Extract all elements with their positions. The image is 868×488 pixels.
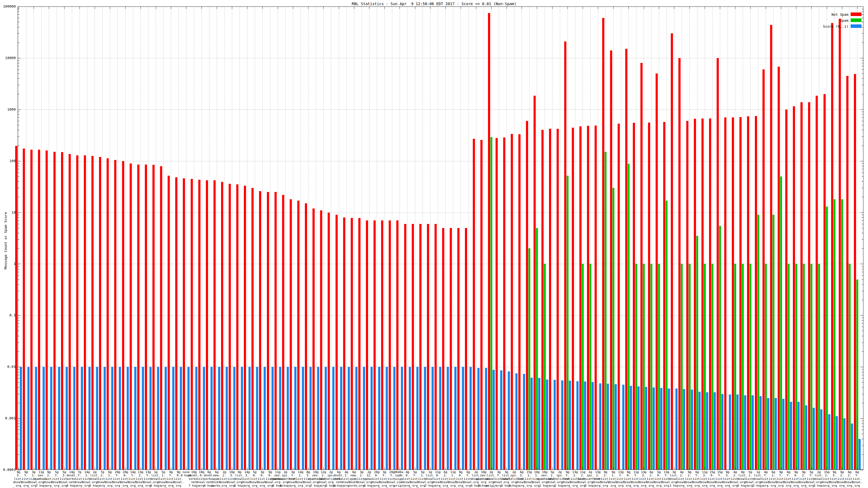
y-minor-tick <box>18 272 19 272</box>
x-category-label: 3@ 0. list. dnswl. org 3 hops <box>246 470 279 488</box>
x-tick <box>857 467 858 469</box>
x-tick <box>689 467 690 469</box>
x-tick <box>262 467 262 469</box>
y-minor-tick <box>18 115 19 115</box>
y-minor-tick <box>862 275 863 276</box>
y-minor-tick <box>862 375 863 375</box>
x-category-label: 6@ 2. list. dnswl. org origin <box>757 470 789 488</box>
x-tick <box>64 7 65 9</box>
y-minor-tick <box>862 300 863 300</box>
legend-swatch-not-spam <box>850 12 862 16</box>
x-category-label: 2@ ips. whitelisted. org 5 hops <box>315 470 347 487</box>
y-major-tick <box>18 264 21 264</box>
y-minor-tick <box>862 18 863 18</box>
x-tick <box>552 467 553 469</box>
y-tick-label: 0.01 <box>0 365 16 369</box>
x-category-label: 2@ 2. list. dnswl. org 1 hop <box>208 470 241 488</box>
x-category-label: 11@ zen. spamhaus. org 8 hops <box>261 470 294 487</box>
y-minor-tick <box>18 136 19 137</box>
x-category-label: 6@ Y. list. dnswl. org 2 hops <box>681 470 713 488</box>
x-tick <box>278 467 278 469</box>
x-category-label: 14@ 1. list. dnswl. org 2 hops <box>284 470 317 488</box>
y-tick-label: 1000 <box>0 107 16 111</box>
y-minor-tick <box>18 224 19 224</box>
y-minor-tick <box>862 228 863 228</box>
x-tick <box>811 467 812 469</box>
x-tick <box>64 467 65 469</box>
y-minor-tick <box>862 94 863 94</box>
y-major-tick <box>860 264 863 264</box>
x-category-label: 10@ zen. spamhaus. org 5 hops <box>467 470 500 487</box>
y-minor-tick <box>18 382 19 383</box>
x-tick <box>339 467 339 469</box>
y-minor-tick <box>18 233 19 233</box>
y-minor-tick <box>18 372 19 372</box>
x-category-label: 9@ 2. list. dnswl. org origin <box>826 470 858 488</box>
x-category-label: 13@ Y. list. dnswl. org 6 hops <box>132 470 164 488</box>
y-minor-tick <box>18 439 19 439</box>
x-category-label: 20@ Y. list. dnswl. org 5 hops <box>376 470 408 488</box>
y-minor-tick <box>862 430 863 430</box>
x-tick <box>247 467 247 469</box>
x-category-label: 6@ Y. list. dnswl. org origin <box>772 470 805 488</box>
x-category-label: 5@ 0. list. dnswl. org 6 hops <box>239 470 271 488</box>
x-category-label: 13@ Y. list. dnswl. org 2 hops <box>604 470 637 488</box>
x-tick <box>430 467 431 469</box>
x-category-label: 9@ Y. list. dnswl. org 4 hops <box>10 470 42 488</box>
x-category-label: 9@ Y. list. dnswl. org 2 hops <box>551 470 584 488</box>
y-minor-tick <box>18 327 19 327</box>
x-tick <box>811 7 812 9</box>
x-category-label: 1@ list. dnswl. org 5 hops <box>742 470 774 487</box>
x-tick <box>34 467 34 469</box>
x-tick <box>217 7 217 9</box>
x-category-label: 14@ 2. list. dnswl. org 1 hop <box>71 470 103 488</box>
y-minor-tick <box>862 291 863 291</box>
x-category-label: 9@ 2. list. dnswl. org 4 hops <box>33 470 65 488</box>
y-major-tick <box>860 470 863 470</box>
x-category-label: 10@ dnsbl. sorbs. net 7 hops <box>178 470 210 487</box>
x-category-label: 3@ Y. list. dnswl. org 3 hops <box>483 470 515 488</box>
x-category-label: 4@ 1. list. dnswl. org 1 hop <box>330 470 363 488</box>
y-minor-tick <box>18 423 19 424</box>
y-minor-tick <box>862 176 863 177</box>
x-category-label: 5@ 1. list. dnswl. org 5 hops <box>734 470 767 488</box>
y-tick-label: 1 <box>0 262 16 266</box>
y-minor-tick <box>862 224 863 224</box>
x-tick <box>262 7 262 9</box>
x-category-label: 9@ 0. list. dnswl. org origin <box>612 470 645 488</box>
x-tick <box>293 467 293 469</box>
x-tick <box>95 7 95 9</box>
x-tick <box>110 467 110 469</box>
chart-title: RBL Statistics - Sun Apr 9 12:58:06 EDT … <box>0 2 868 6</box>
y-minor-tick <box>862 423 863 424</box>
x-tick <box>171 467 171 469</box>
y-tick-label: 0.0001 <box>0 468 16 472</box>
y-major-tick <box>860 315 863 316</box>
x-category-label: none 8 hops <box>170 470 203 478</box>
x-tick <box>567 467 568 469</box>
y-minor-tick <box>18 351 19 352</box>
x-tick <box>689 7 690 9</box>
x-tick <box>80 467 80 469</box>
x-category-label: 9@ 2. list. dnswl. org 3 hops <box>787 470 820 488</box>
x-category-label: 2@ list. dnswl. org 3 hops <box>803 470 835 487</box>
y-minor-tick <box>862 421 863 421</box>
x-tick <box>247 7 247 9</box>
x-category-label: 6@ 3. list. dnswl. org 2 hops <box>505 470 538 488</box>
y-minor-tick <box>18 11 19 12</box>
y-major-tick <box>860 6 863 7</box>
x-category-label: 0@ list. dnswl. org 6 hops <box>223 470 256 487</box>
y-minor-tick <box>18 42 19 43</box>
x-tick <box>125 7 126 9</box>
x-category-label: 2@ list. dnswl. org 4 hops <box>460 470 492 487</box>
x-category-label: 5@ 2. list. dnswl. org 2 hops <box>536 470 568 488</box>
y-major-tick <box>18 315 21 316</box>
x-tick <box>552 7 553 9</box>
x-tick <box>339 7 339 9</box>
y-tick-label: 10000 <box>0 56 16 60</box>
x-category-label: 8@ 3. list. dnswl. org 1 hop <box>292 470 324 488</box>
y-minor-tick <box>862 445 863 446</box>
y-minor-tick <box>862 426 863 427</box>
x-tick <box>842 467 842 469</box>
x-category-label: 7@ 2. list. dnswl. org 1 hop <box>86 470 119 488</box>
